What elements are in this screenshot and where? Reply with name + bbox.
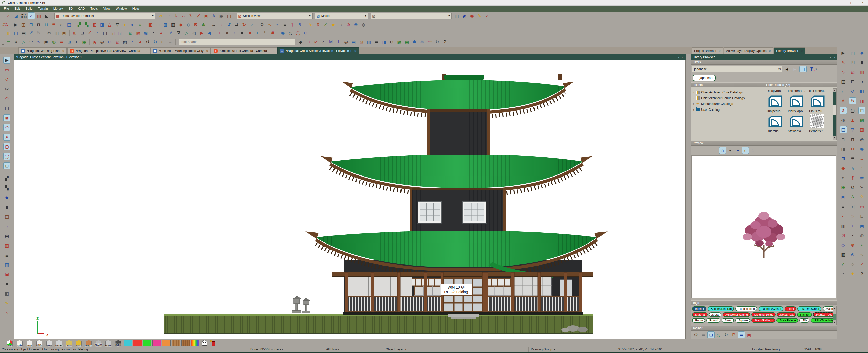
menu-item[interactable]: Library bbox=[51, 6, 66, 12]
grid-tool-icon[interactable]: ▦ bbox=[162, 21, 169, 28]
tag-pill[interactable]: .Kitchen/Din. Rm bbox=[708, 307, 734, 311]
half-panel-icon[interactable]: ◨ bbox=[840, 146, 846, 152]
scroll-up-icon[interactable]: ▲ bbox=[833, 307, 836, 310]
tag-pill[interactable]: .Metal bbox=[709, 312, 721, 317]
tape-measure-icon[interactable]: ▱ bbox=[157, 13, 164, 19]
material-cube[interactable]: SS bbox=[44, 339, 54, 347]
preview-expand-button[interactable]: + bbox=[735, 147, 741, 154]
h-arrows-icon[interactable]: ↔ bbox=[859, 155, 865, 162]
text-tool-icon[interactable]: ▣ bbox=[147, 21, 154, 28]
snap-icon[interactable]: ⊟ bbox=[79, 30, 86, 36]
frame-icon[interactable]: □ bbox=[840, 136, 846, 142]
not-equal-icon[interactable]: ≠ bbox=[247, 30, 253, 36]
plus-box-icon[interactable]: ⊕ bbox=[200, 21, 207, 28]
plant-tool-icon[interactable]: ○ bbox=[137, 21, 143, 28]
tag-pill[interactable]: .Sinks bbox=[722, 318, 734, 323]
save-camera-red-icon[interactable]: ◉ bbox=[468, 13, 475, 19]
paragraph-icon[interactable]: ¶ bbox=[289, 21, 296, 28]
undo-arc-icon[interactable]: ↺ bbox=[4, 76, 10, 83]
material-cube[interactable]: EGG SHELL bbox=[15, 339, 25, 347]
default-set-dropdown[interactable]: ▧Master▼ bbox=[315, 13, 368, 19]
clear-search-icon[interactable]: ⊗ bbox=[778, 67, 781, 70]
v-arrows-icon[interactable]: ↕ bbox=[859, 165, 865, 171]
delete-select-icon[interactable]: ✗ bbox=[4, 134, 10, 140]
material-cube[interactable]: BLACK SS bbox=[113, 339, 123, 347]
square-icon[interactable]: □ bbox=[859, 213, 865, 220]
expand-arrow-icon[interactable]: › bbox=[691, 90, 695, 94]
material-cube[interactable]: BRASS bbox=[64, 339, 74, 347]
divide-icon[interactable]: ÷ bbox=[231, 30, 238, 36]
select-objects-icon[interactable]: ▶ bbox=[13, 21, 19, 28]
float-view-icon[interactable]: ▫ bbox=[678, 56, 679, 59]
bump-icon[interactable]: ◱ bbox=[109, 30, 116, 36]
equals-icon[interactable]: = bbox=[239, 30, 246, 36]
document-tab[interactable]: *Pagoda: Working-Plan × bbox=[19, 47, 67, 54]
node-icon[interactable]: ◆ bbox=[840, 165, 846, 171]
dash-tool-icon[interactable]: ▞ bbox=[4, 175, 10, 182]
menu-item[interactable]: Terrain bbox=[35, 6, 51, 12]
document-tab[interactable]: *Pagoda: Cross Section/Elevation - Eleva… bbox=[277, 47, 359, 54]
tag-pill[interactable]: .Notes/Text bbox=[777, 312, 796, 317]
library-book-icon[interactable]: ▤ bbox=[350, 39, 357, 45]
three-quarter-view-icon[interactable]: ◕ bbox=[157, 30, 164, 36]
panel-p-icon[interactable]: P bbox=[731, 331, 737, 338]
marquee-icon[interactable]: ▭ bbox=[4, 66, 10, 73]
menu-item[interactable]: File bbox=[1, 6, 12, 12]
menu-item[interactable]: View bbox=[101, 6, 113, 12]
settings-gear-icon[interactable]: ⚙ bbox=[692, 331, 699, 338]
tag-pill[interactable]: .Interior bbox=[692, 307, 707, 311]
paste-icon[interactable]: ▣ bbox=[61, 30, 67, 36]
solid-back-icon[interactable]: ◀ bbox=[206, 30, 212, 36]
tag-pill[interactable]: .Plants/Trees bbox=[813, 312, 835, 317]
sprinkler-icon[interactable]: ● bbox=[129, 21, 136, 28]
menu-item[interactable]: CAD bbox=[75, 6, 88, 12]
spline-icon[interactable]: ∿ bbox=[267, 21, 273, 28]
solid-play-icon[interactable]: ▶ bbox=[198, 30, 205, 36]
tag-pill[interactable]: .Molding/Solids bbox=[751, 312, 776, 317]
door-icon[interactable]: ◫ bbox=[4, 214, 10, 220]
grid-view-icon[interactable]: ⊞ bbox=[708, 331, 714, 338]
library-item-label[interactable]: Ilex crenat... bbox=[809, 89, 830, 93]
note-icon[interactable]: ▣ bbox=[4, 271, 10, 278]
menu-item[interactable]: Tools bbox=[88, 6, 100, 12]
home-icon[interactable]: ⌂ bbox=[4, 223, 10, 230]
text-a-icon[interactable]: A bbox=[840, 98, 846, 104]
info-icon[interactable]: i bbox=[335, 39, 342, 45]
scroll-up-icon[interactable]: ▲ bbox=[833, 89, 836, 92]
section-callout-icon[interactable]: ⊘ bbox=[312, 39, 319, 45]
column-tool-icon[interactable]: ▮ bbox=[4, 204, 10, 211]
layer-set-dropdown[interactable]: ▧Section View▼ bbox=[237, 13, 312, 19]
layer-disp-icon[interactable]: ▤ bbox=[840, 126, 846, 133]
sprinkler-design-icon[interactable]: ▦ bbox=[81, 39, 88, 45]
snow-add-icon[interactable]: ✱ bbox=[411, 39, 418, 45]
pattern-fill-icon[interactable]: ▨ bbox=[122, 39, 128, 45]
delete-dimension-icon[interactable]: ✗ bbox=[195, 13, 202, 19]
rotate-cw-icon[interactable]: ↻ bbox=[849, 98, 856, 104]
add-filter-button[interactable]: +▼ bbox=[808, 66, 816, 72]
tag-pill[interactable]: .Room bbox=[692, 318, 705, 323]
circle-icon[interactable]: ○ bbox=[840, 174, 846, 181]
up-tri-icon[interactable]: ▲ bbox=[849, 117, 856, 123]
star-icon[interactable]: ★ bbox=[849, 270, 856, 277]
marker-tool-icon[interactable]: ◇ bbox=[185, 21, 192, 28]
circle-plus-icon[interactable]: ⊕ bbox=[849, 242, 856, 248]
material-cube[interactable]: NICKEL bbox=[103, 339, 113, 347]
cut-icon[interactable]: ✂ bbox=[46, 30, 52, 36]
tag-pill[interactable]: .Liv. Rm./Great bbox=[798, 307, 821, 311]
times-icon[interactable]: × bbox=[224, 30, 230, 36]
swatch-rainbow[interactable] bbox=[191, 340, 199, 346]
library-item-icon[interactable] bbox=[787, 114, 809, 129]
list-view-icon[interactable]: ≣ bbox=[700, 331, 707, 338]
library-item-label[interactable]: Pinus thu... bbox=[809, 109, 830, 114]
close-icon[interactable]: × bbox=[273, 49, 275, 53]
swatch-wood-light[interactable] bbox=[172, 340, 180, 346]
angle-dimension-icon[interactable]: ↻ bbox=[188, 13, 194, 19]
pilcrow-icon[interactable]: ¶ bbox=[849, 174, 856, 181]
dense-grid-icon[interactable]: ▩ bbox=[840, 251, 846, 258]
section-sym-icon[interactable]: § bbox=[849, 165, 856, 171]
drawing-canvas[interactable]: W04 10⁰6⁸ RH 2/3 Folding Z X bbox=[14, 60, 686, 339]
print-icon[interactable]: ▤ bbox=[20, 30, 27, 36]
tag-pill[interactable]: .Landscaping bbox=[735, 307, 757, 311]
section-marker-icon[interactable]: § bbox=[297, 21, 303, 28]
swatch-wood-dark[interactable] bbox=[181, 340, 190, 346]
